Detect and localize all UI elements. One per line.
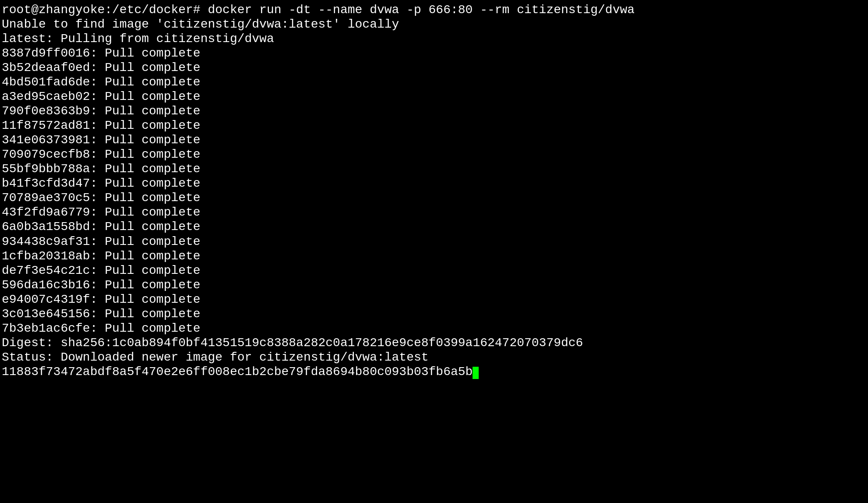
- layer-7: 341e06373981: Pull complete: [2, 133, 866, 147]
- container-id: 11883f73472abdf8a5f470e2e6ff008ec1b2cbe7…: [2, 365, 866, 379]
- layer-6: 11f87572ad81: Pull complete: [2, 118, 866, 133]
- layer-9: 55bf9bbb788a: Pull complete: [2, 162, 866, 176]
- error-line: Unable to find image 'citizenstig/dvwa:l…: [2, 17, 866, 32]
- terminal-cursor: [473, 367, 479, 379]
- layer-3: 4bd501fad6de: Pull complete: [2, 75, 866, 89]
- pulling-from: latest: Pulling from citizenstig/dvwa: [2, 32, 866, 46]
- layer-12: 43f2fd9a6779: Pull complete: [2, 205, 866, 220]
- layer-11: 70789ae370c5: Pull complete: [2, 191, 866, 205]
- layer-20: 7b3eb1ac6cfe: Pull complete: [2, 321, 866, 336]
- layer-2: 3b52deaaf0ed: Pull complete: [2, 60, 866, 75]
- layer-5: 790f0e8363b9: Pull complete: [2, 104, 866, 118]
- status-line: Status: Downloaded newer image for citiz…: [2, 350, 866, 365]
- layer-17: 596da16c3b16: Pull complete: [2, 278, 866, 292]
- layer-15: 1cfba20318ab: Pull complete: [2, 249, 866, 263]
- layer-14: 934438c9af31: Pull complete: [2, 234, 866, 249]
- cmd-line: root@zhangyoke:/etc/docker# docker run -…: [2, 3, 866, 17]
- layer-13: 6a0b3a1558bd: Pull complete: [2, 220, 866, 234]
- layer-18: e94007c4319f: Pull complete: [2, 292, 866, 307]
- layer-4: a3ed95caeb02: Pull complete: [2, 89, 866, 104]
- terminal-window: root@zhangyoke:/etc/docker# docker run -…: [2, 3, 866, 503]
- layer-10: b41f3cfd3d47: Pull complete: [2, 176, 866, 191]
- layer-16: de7f3e54c21c: Pull complete: [2, 263, 866, 278]
- layer-8: 709079cecfb8: Pull complete: [2, 147, 866, 162]
- layer-19: 3c013e645156: Pull complete: [2, 307, 866, 321]
- layer-1: 8387d9ff0016: Pull complete: [2, 46, 866, 60]
- digest-line: Digest: sha256:1c0ab894f0bf41351519c8388…: [2, 336, 866, 350]
